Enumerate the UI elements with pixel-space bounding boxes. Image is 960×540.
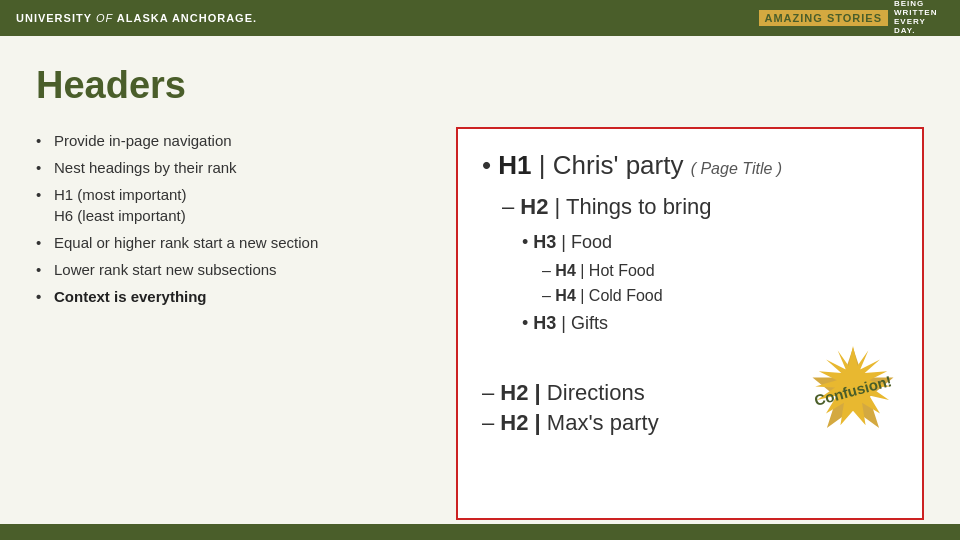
right-column: • H1 | Chris' party ( Page Title ) – H2 … <box>456 127 924 520</box>
main-content: Headers Provide in-page navigation Nest … <box>0 36 960 540</box>
confusion-burst: Con­fu­sion! <box>808 346 898 436</box>
top-bar: University of Alaska Anchorage. Amazing … <box>0 0 960 36</box>
page-title: Headers <box>36 64 924 107</box>
top-bar-left: University of Alaska Anchorage. <box>16 12 257 24</box>
list-item: Provide in-page navigation <box>36 127 416 154</box>
list-item: H1 (most important)H6 (least important) <box>36 181 416 229</box>
amazing-stories-badge: Amazing Stories <box>759 10 888 26</box>
bottom-bar <box>0 524 960 540</box>
h2-maxparty-row: – H2 | Max's party <box>482 410 659 436</box>
h1-row: • H1 | Chris' party ( Page Title ) <box>482 149 898 183</box>
top-bar-right: Amazing Stories Being Written Every Day. <box>759 0 944 35</box>
h4-cold-food-row: – H4 | Cold Food <box>542 286 898 307</box>
h2-things-row: – H2 | Things to bring <box>502 193 898 222</box>
h4-hot-food-row: – H4 | Hot Food <box>542 261 898 282</box>
being-written-text: Being Written Every Day. <box>894 0 944 35</box>
h3-food-row: • H3 | Food <box>522 231 898 254</box>
university-logo: University of Alaska Anchorage. <box>16 12 257 24</box>
list-item: Lower rank start new subsections <box>36 256 416 283</box>
h2-directions-row: – H2 | Directions <box>482 380 659 406</box>
list-item: Context is everything <box>36 283 416 310</box>
h2-bottom-row: – H2 | Directions – H2 | Max's party Con… <box>482 346 898 436</box>
h3-gifts-row: • H3 | Gifts <box>522 312 898 335</box>
h2-bottom-lines: – H2 | Directions – H2 | Max's party <box>482 380 659 436</box>
list-item: Equal or higher rank start a new section <box>36 229 416 256</box>
left-column: Provide in-page navigation Nest headings… <box>36 127 416 520</box>
columns: Provide in-page navigation Nest headings… <box>36 127 924 520</box>
bullet-list: Provide in-page navigation Nest headings… <box>36 127 416 310</box>
list-item: Nest headings by their rank <box>36 154 416 181</box>
